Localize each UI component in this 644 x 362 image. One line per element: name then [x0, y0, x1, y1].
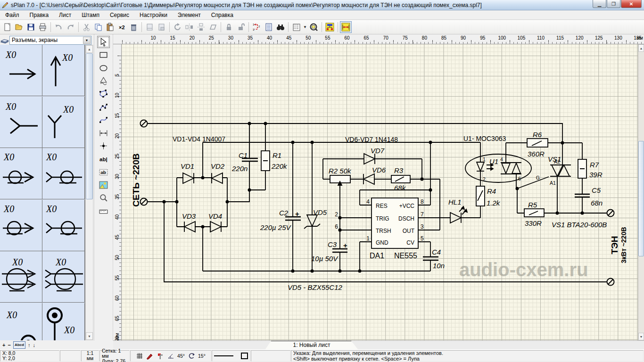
schematic-label[interactable]: RES — [376, 203, 388, 209]
rotate-button[interactable] — [172, 21, 183, 33]
library-scrollbar[interactable]: ▲ ▼ — [85, 45, 93, 340]
schematic-label[interactable]: C3 — [328, 240, 337, 248]
schematic-label[interactable]: 3кВт ~220В — [620, 227, 627, 263]
schematic-label[interactable]: audio-cxem.ru — [459, 259, 588, 280]
menu-Правка[interactable]: Правка — [25, 11, 54, 19]
zoom-window-button[interactable] — [308, 21, 320, 33]
schematic-label[interactable]: 1.2k — [487, 199, 501, 207]
copy-button[interactable] — [92, 21, 104, 33]
move-up-button[interactable]: ↑ — [28, 342, 31, 348]
fill-style-sample[interactable] — [241, 353, 248, 359]
schematic-label[interactable]: VD5 - BZX55C12 — [288, 283, 343, 291]
scroll-down-icon[interactable]: ▼ — [86, 332, 93, 340]
save-file-button[interactable] — [25, 21, 37, 33]
schematic-label[interactable]: 10µ 50V — [311, 255, 339, 263]
select-cursor[interactable] — [97, 36, 110, 48]
image-tool[interactable] — [97, 179, 110, 191]
mirror-horizontal-button[interactable] — [183, 21, 195, 33]
schematic-label[interactable]: R4 — [487, 187, 496, 195]
schematic-label[interactable]: TRIG — [376, 215, 389, 222]
restore-button[interactable]: ❐ — [607, 0, 620, 8]
duplicate-x2-button[interactable]: ×2 — [116, 21, 128, 33]
schematic-label[interactable]: TRSH — [376, 228, 391, 234]
schematic-label[interactable]: VD5 — [313, 208, 327, 216]
mirror-vertical-button[interactable] — [195, 21, 207, 33]
schematic-label[interactable]: R3 — [394, 166, 404, 174]
menu-Лист[interactable]: Лист — [54, 11, 76, 19]
schematic-label[interactable]: CV — [406, 239, 414, 246]
schematic-label[interactable]: 2 — [483, 176, 486, 182]
schematic-label[interactable]: A2 — [554, 159, 560, 165]
snap-pin-icon[interactable] — [157, 352, 164, 360]
schematic-label[interactable]: C5 — [592, 186, 601, 194]
schematic-label[interactable]: NE555 — [394, 252, 417, 260]
text-tool[interactable]: ab| — [97, 153, 110, 165]
schematic-label[interactable]: 1 — [366, 235, 370, 242]
menu-Файл[interactable]: Файл — [0, 11, 25, 19]
lock-button[interactable] — [223, 21, 235, 33]
new-file-button[interactable] — [1, 21, 13, 33]
special-shape-tool[interactable] — [97, 75, 110, 87]
style-samples[interactable] — [212, 350, 250, 362]
schematic-label[interactable]: VD6 — [372, 166, 386, 174]
schematic-label[interactable]: 39R — [589, 171, 603, 179]
canvas-scrollbar[interactable]: ▲ ▼ — [638, 44, 644, 340]
menu-Сервис[interactable]: Сервис — [105, 11, 134, 19]
menu-Справка[interactable]: Справка — [206, 11, 239, 19]
components-window-button[interactable] — [324, 21, 336, 33]
library-item-conn-plug-arrow[interactable]: X0 — [0, 148, 42, 199]
library-item-conn-plug-arrow2[interactable]: X0 — [0, 200, 42, 251]
schematic-label[interactable]: R7 — [590, 161, 599, 169]
schematic-label[interactable]: 220µ 25V — [260, 223, 292, 231]
menu-Элемент[interactable]: Элемент — [173, 11, 206, 19]
ellipse-tool[interactable] — [97, 62, 110, 74]
redo-button[interactable] — [65, 21, 76, 33]
schematic-label[interactable]: VD1 — [181, 162, 194, 170]
dimension-tool[interactable] — [97, 127, 110, 139]
polygon-tool[interactable] — [97, 88, 110, 100]
library-item-conn-arrow-up[interactable]: X0 — [42, 45, 85, 96]
library-scroll-thumb[interactable] — [86, 53, 93, 199]
schematic-label[interactable]: VD2 — [211, 162, 225, 170]
polyline-tool[interactable] — [97, 101, 110, 113]
schematic-label[interactable]: VS1 BTA20-600B — [552, 221, 607, 229]
scroll-up-icon[interactable]: ▲ — [86, 45, 93, 53]
schematic-label[interactable]: R1 — [272, 151, 281, 159]
grid-snap-icon[interactable] — [136, 352, 143, 360]
schematic-label[interactable]: СЕТЬ ~220В — [131, 153, 141, 206]
grid-settings-button[interactable] — [290, 21, 302, 33]
schematic-label[interactable]: + — [343, 241, 347, 249]
schematic-label[interactable]: VD4 — [208, 212, 222, 220]
move-down-button[interactable]: ↓ — [33, 342, 35, 348]
schematic-label[interactable]: R2 50k — [329, 167, 352, 175]
undo-button[interactable] — [53, 21, 65, 33]
schematic-label[interactable]: 220n — [231, 165, 248, 173]
unlock-button[interactable] — [235, 21, 247, 33]
library-item-conn-fork-up[interactable]: X0 — [42, 97, 85, 148]
sheet-tab[interactable]: 1: Новый лист — [265, 341, 358, 349]
measure-ruler-tool[interactable] — [97, 205, 110, 217]
schematic-label[interactable]: 8 — [421, 198, 424, 205]
menu-Настройки[interactable]: Настройки — [134, 11, 173, 19]
node-tool[interactable] — [97, 140, 110, 152]
minimize-button[interactable]: ▁ — [593, 0, 606, 8]
schematic-label[interactable]: U1 — [489, 157, 498, 165]
title-bar[interactable]: sPlan 7.0 - [C:\Users\Серый\Desktop\Сайт… — [0, 0, 644, 10]
schematic-label[interactable]: 2 — [335, 211, 338, 218]
schematic-label[interactable]: C4 — [432, 248, 441, 256]
zoom-out-library-button[interactable]: − — [8, 342, 10, 348]
stamp-sheet-button[interactable] — [144, 21, 156, 33]
library-item-conn-jack-left[interactable]: X0 — [0, 303, 42, 341]
rectangle-tool[interactable] — [97, 49, 110, 61]
library-item-conn-fork-right[interactable]: X0 — [0, 97, 42, 148]
library-item-conn-arrow-right[interactable]: X0 — [0, 45, 42, 96]
schematic-label[interactable]: R5 — [528, 201, 537, 209]
schematic-label[interactable]: OUT — [403, 228, 415, 234]
canvas-scroll-up-icon[interactable]: ▲ — [638, 44, 644, 52]
schematic-label[interactable]: ТЭН — [610, 236, 619, 255]
grid-settings-dropdown-icon[interactable]: ▼ — [302, 21, 308, 33]
textbox-tool[interactable]: ab — [97, 166, 110, 178]
schematic-label[interactable]: C2 — [279, 209, 289, 217]
schematic-label[interactable]: GND — [376, 239, 388, 246]
stamp-form-button[interactable] — [156, 21, 167, 33]
